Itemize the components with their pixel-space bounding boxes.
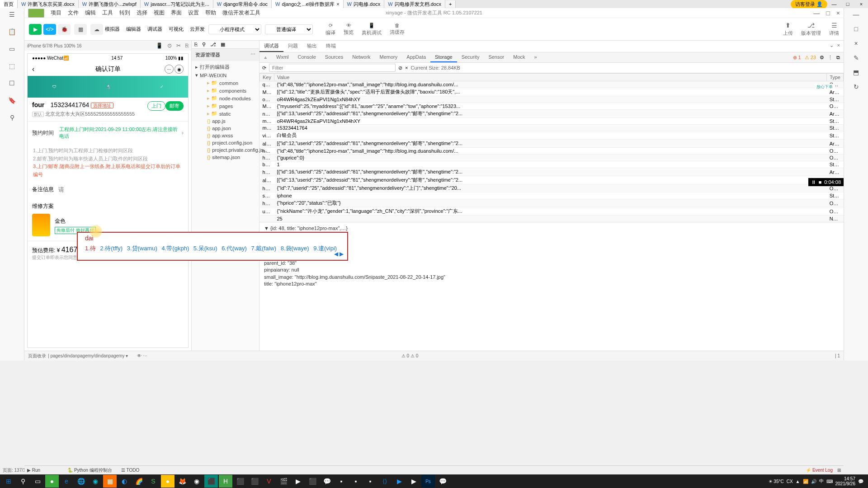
- more-icon[interactable]: ⋮: [828, 55, 833, 61]
- sim-tool-icon[interactable]: ✂: [176, 42, 181, 49]
- tray-icon[interactable]: 📶: [803, 479, 808, 484]
- subtab-appdata[interactable]: AppData: [402, 52, 430, 62]
- side-tool-icon[interactable]: ✎: [854, 54, 859, 61]
- visit-toggle[interactable]: 上门: [147, 101, 165, 111]
- sim-tool-icon[interactable]: 📱: [156, 42, 163, 49]
- minimize-icon[interactable]: —: [813, 9, 820, 17]
- maximize-icon[interactable]: □: [841, 1, 854, 7]
- side-icon[interactable]: ☰: [9, 11, 15, 21]
- compile-button[interactable]: ⟳编译: [326, 23, 335, 36]
- ime-candidate[interactable]: 3.贷(wamu): [127, 245, 157, 252]
- app-icon[interactable]: ◐: [118, 475, 131, 488]
- chrome-icon[interactable]: ◉: [190, 475, 203, 488]
- app-icon[interactable]: ⬛: [204, 475, 218, 488]
- dev-tab-problems[interactable]: 问题: [283, 41, 302, 52]
- dev-tab-debugger[interactable]: 调试器: [259, 41, 283, 52]
- storage-row[interactable]: Myuseridndalladdress{"myuserid":25,"myad…: [260, 103, 844, 110]
- compile-select[interactable]: 普通编译: [265, 24, 313, 34]
- clear-cache-button[interactable]: 🗑清缓存: [390, 23, 405, 36]
- subtab-storage[interactable]: Storage: [430, 52, 457, 62]
- file-tree-item[interactable]: {} app.json: [192, 125, 259, 132]
- device-label[interactable]: iPhone 6/7/8 Plus 100% 16: [27, 43, 82, 48]
- menu-item[interactable]: 编辑: [85, 9, 96, 17]
- col-value[interactable]: Value: [274, 74, 826, 81]
- storage-row[interactable]: huisounewdindan[{"id":16,"userid":"25","…: [260, 168, 844, 176]
- tab-doc[interactable]: W闪电修开发文档.docx: [384, 0, 445, 9]
- maximize-icon[interactable]: □: [854, 25, 858, 33]
- ime-candidate[interactable]: 7.戴(falw): [251, 245, 276, 252]
- storage-row[interactable]: userInfo{"nickName":"许小龙","gender":1,"la…: [260, 207, 844, 216]
- ime-candidate[interactable]: 6.代(way): [222, 245, 247, 252]
- tab-doc[interactable]: W许鹏飞微信小...zwlxpf: [79, 0, 141, 9]
- storage-row[interactable]: backid1String: [260, 161, 844, 168]
- settings-icon[interactable]: ⚙: [820, 55, 824, 61]
- sim-tool-icon[interactable]: ⊙: [167, 42, 172, 49]
- debugger-button[interactable]: 🐞: [58, 24, 71, 35]
- photoshop-icon[interactable]: Ps: [421, 475, 435, 488]
- ime-candidate[interactable]: 2.待(tffy): [100, 245, 123, 252]
- side-icon[interactable]: ☐: [9, 80, 15, 89]
- subtab-sensor[interactable]: Sensor: [484, 52, 509, 62]
- status-warnings[interactable]: ⚠ 0 ⚠ 0: [401, 353, 418, 358]
- app-icon[interactable]: V: [262, 475, 276, 488]
- storage-row[interactable]: hongbao{"hprice":"20","status":"已取"}Obje…: [260, 199, 844, 207]
- refresh-icon[interactable]: ⟳: [262, 65, 266, 71]
- vscode-icon[interactable]: ⟨⟩: [378, 475, 392, 488]
- collapse-icon[interactable]: ⌄: [830, 42, 834, 50]
- storage-row[interactable]: newdindan[{"id":13,"userid":"25","addres…: [260, 110, 844, 118]
- menu-item[interactable]: 界面: [171, 9, 182, 17]
- storage-row[interactable]: soushuotextiphoneString: [260, 192, 844, 199]
- tree-section[interactable]: ▸ 打开的编辑器: [192, 63, 259, 71]
- menu-item[interactable]: 文件: [68, 9, 79, 17]
- more-icon[interactable]: ⋯: [250, 52, 255, 58]
- dev-tab-terminal[interactable]: 终端: [321, 41, 340, 52]
- weather-widget[interactable]: ☀ 35°C: [769, 479, 784, 484]
- page-collect[interactable]: 页面收录: [28, 353, 46, 359]
- subtab-wxml[interactable]: Wxml: [272, 52, 293, 62]
- maximize-icon[interactable]: □: [826, 9, 830, 17]
- storage-row[interactable]: 25Number: [260, 216, 844, 222]
- menu-item[interactable]: 视图: [154, 9, 165, 17]
- ime-candidate[interactable]: 4.带(gkph): [162, 245, 189, 252]
- notifications-icon[interactable]: 💬: [858, 479, 863, 484]
- subtab-memory[interactable]: Memory: [375, 52, 402, 62]
- chrome-icon[interactable]: 🌐: [74, 475, 88, 488]
- menu-item[interactable]: 设置: [188, 9, 199, 17]
- app-icon[interactable]: ●: [161, 475, 175, 488]
- subtab-sources[interactable]: Sources: [321, 52, 348, 62]
- tree-root[interactable]: ▾ MP-WEIXIN: [192, 71, 259, 79]
- app-icon[interactable]: H: [219, 475, 232, 488]
- file-tree-item[interactable]: ▸ 📁 node-modules: [192, 94, 259, 102]
- clear-icon[interactable]: ⊘: [398, 65, 402, 71]
- side-icon[interactable]: ⬚: [9, 62, 15, 72]
- menu-pill[interactable]: ···: [165, 65, 174, 74]
- storage-row[interactable]: viptype白银会员String: [260, 131, 844, 140]
- inspect-icon[interactable]: ⟁: [259, 52, 272, 62]
- subtab-mock[interactable]: Mock: [509, 52, 529, 62]
- menu-item[interactable]: 工具: [102, 9, 113, 17]
- explorer-icon[interactable]: ⎘: [194, 42, 198, 47]
- app-icon[interactable]: 🌈: [132, 475, 146, 488]
- dock-icon[interactable]: ⧉: [836, 55, 840, 61]
- paste-icon[interactable]: 📋: [8, 28, 16, 38]
- mail-toggle[interactable]: 邮寄: [165, 101, 184, 111]
- wechat-icon[interactable]: 💬: [436, 475, 449, 488]
- tray-icon[interactable]: ▲: [796, 479, 800, 484]
- delete-icon[interactable]: ×: [405, 65, 408, 70]
- tab-doc[interactable]: Wjavascr...习笔记以此为主...: [141, 0, 213, 9]
- minimize-icon[interactable]: —: [827, 1, 841, 7]
- version-button[interactable]: ⎇版本管理: [801, 22, 821, 37]
- clock[interactable]: 14:57 2021/9/26: [835, 476, 856, 486]
- start-button[interactable]: ⊞: [2, 475, 15, 488]
- tray-icon[interactable]: ⌨: [826, 479, 833, 484]
- ext-icon[interactable]: ▦: [221, 42, 225, 47]
- remote-debug-button[interactable]: 📱真机调试: [362, 23, 382, 36]
- minimize-icon[interactable]: —: [853, 11, 859, 18]
- tab-add[interactable]: +: [445, 0, 456, 8]
- subtab-console[interactable]: Console: [293, 52, 321, 62]
- storage-row[interactable]: allhhuishouorder[{"id":13,"userid":"25",…: [260, 176, 844, 184]
- dev-tab-output[interactable]: 输出: [302, 41, 321, 52]
- login-button[interactable]: 访客登录 👤: [791, 0, 827, 9]
- subtab-network[interactable]: Network: [348, 52, 375, 62]
- event-log[interactable]: ⚡ Event Log: [806, 468, 833, 473]
